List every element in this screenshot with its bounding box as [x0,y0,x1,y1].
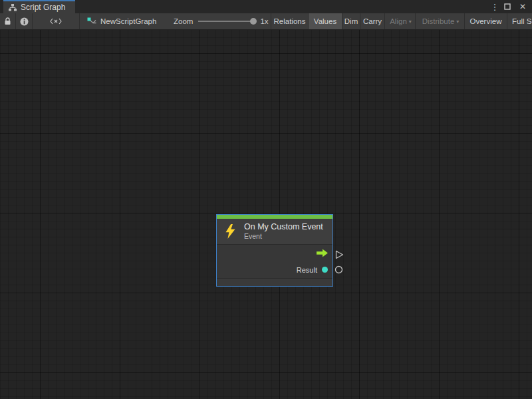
lightning-bolt-icon [225,224,235,239]
value-output-row: Result [217,261,332,278]
toolbar-button-align[interactable]: Align ▾ [385,13,416,29]
close-icon[interactable]: ✕ [518,3,527,11]
graph-canvas[interactable]: On My Custom Event Event Result [0,30,532,399]
graph-toolbar: NewScriptGraph Zoom 1x Relations Values … [0,13,532,30]
node-body: Result [217,244,332,278]
toolbar-button-dim[interactable]: Dim [342,13,360,29]
chevron-down-icon: ▾ [456,19,459,25]
toolbar-button-carry[interactable]: Carry [360,13,385,29]
chevron-down-icon: ▾ [409,19,412,25]
zoom-slider-handle[interactable] [250,18,257,25]
toolbar-button-relations[interactable]: Relations [271,13,309,29]
info-button[interactable] [16,13,33,29]
zoom-value: 1x [260,17,268,25]
graph-name-label: NewScriptGraph [100,17,156,25]
lock-icon [4,17,11,25]
tab-bar: Script Graph ⋮ ✕ [0,0,532,13]
code-preview-button[interactable] [33,13,80,29]
tab-script-graph[interactable]: Script Graph [3,0,75,13]
zoom-label: Zoom [174,17,193,25]
node-subtitle: Event [244,232,323,241]
node-on-my-custom-event[interactable]: On My Custom Event Event Result [216,214,333,287]
toolbar-button-values[interactable]: Values [309,13,342,29]
zoom-slider[interactable] [198,21,254,22]
toolbar-button-fullscreen[interactable]: Full Screen [507,13,532,29]
maximize-icon[interactable] [504,3,513,10]
script-graph-asset-icon [87,17,96,25]
lock-button[interactable] [0,13,16,29]
flow-arrow-icon[interactable] [317,249,328,257]
result-port-label: Result [297,266,317,274]
info-icon [20,17,29,26]
kebab-menu-icon[interactable]: ⋮ [490,3,499,11]
node-header: On My Custom Event Event [217,219,332,244]
value-port-circle[interactable] [334,265,343,275]
window-controls: ⋮ ✕ [490,0,532,13]
script-graph-window: Script Graph ⋮ ✕ [0,0,532,399]
flow-port-triangle[interactable] [335,250,344,259]
value-port-dot[interactable] [322,267,328,273]
toolbar-button-distribute[interactable]: Distribute ▾ [416,13,465,29]
node-footer [217,278,332,286]
tab-label: Script Graph [21,3,65,12]
code-icon [50,18,62,25]
toolbar-button-overview[interactable]: Overview [465,13,507,29]
node-title: On My Custom Event [244,222,323,232]
zoom-control: Zoom 1x [169,13,271,29]
graph-hierarchy-icon [9,4,17,11]
graph-breadcrumb[interactable]: NewScriptGraph [80,13,169,29]
flow-output-row [217,245,332,261]
